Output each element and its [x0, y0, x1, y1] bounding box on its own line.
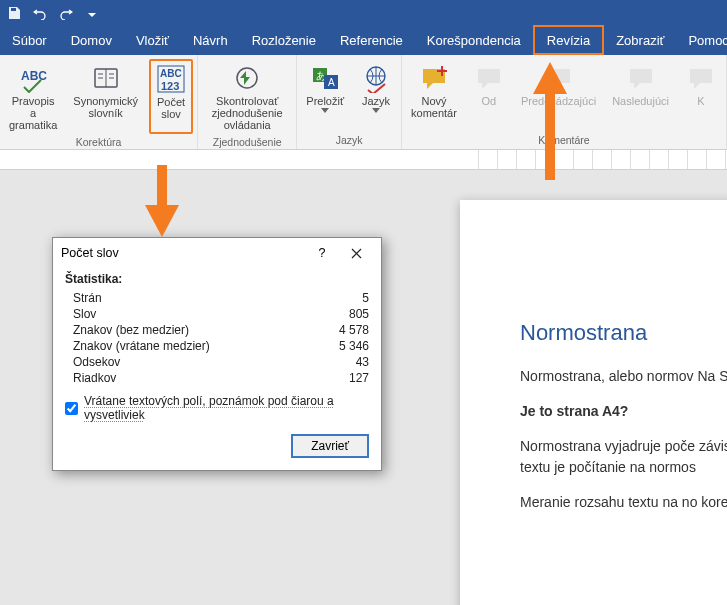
include-checkbox-label: Vrátane textových polí, poznámok pod čia…: [84, 394, 369, 422]
svg-text:ABC: ABC: [160, 68, 182, 79]
include-checkbox[interactable]: [65, 402, 78, 415]
titlebar: [0, 0, 727, 25]
stat-row: Odsekov43: [65, 354, 369, 370]
odstranit-button[interactable]: Od: [468, 59, 510, 132]
stat-row: Riadkov127: [65, 370, 369, 386]
menu-pomocník[interactable]: Pomocník: [676, 25, 727, 55]
slovnik-button[interactable]: Synonymickýslovník: [68, 59, 143, 134]
ribbon-group-label: Korektúra: [4, 134, 193, 151]
ruler: [0, 150, 727, 170]
menu-domov[interactable]: Domov: [59, 25, 124, 55]
prelozit-icon: あA: [309, 62, 341, 94]
doc-paragraph: Meranie rozsahu textu na no korektúrach …: [520, 492, 727, 513]
redo-icon[interactable]: [58, 5, 74, 21]
svg-text:123: 123: [161, 80, 179, 92]
stat-row: Znakov (vrátane medzier)5 346: [65, 338, 369, 354]
menubar: SúborDomovVložiťNávrhRozloženieReferenci…: [0, 25, 727, 55]
stat-row: Znakov (bez medzier)4 578: [65, 322, 369, 338]
stats-heading: Štatistika:: [65, 272, 369, 286]
save-icon[interactable]: [6, 5, 22, 21]
jazyk-button[interactable]: Jazyk: [355, 59, 397, 132]
close-button[interactable]: Zavrieť: [291, 434, 369, 458]
skontrolovat-icon: [231, 62, 263, 94]
dialog-title: Počet slov: [61, 246, 119, 260]
svg-text:ABC: ABC: [21, 69, 47, 83]
doc-paragraph: Normostrana, alebo normov Na Slovensku a…: [520, 366, 727, 387]
skontrolovat-button[interactable]: Skontrolovaťzjednodušenie ovládania: [202, 59, 292, 134]
ribbon-group-label: Jazyk: [301, 132, 397, 149]
doc-heading: Normostrana: [520, 320, 727, 346]
menu-zobraziť[interactable]: Zobraziť: [604, 25, 676, 55]
zobrazit-komentare-icon: [685, 62, 717, 94]
help-button[interactable]: ?: [305, 238, 339, 268]
slovnik-icon: [90, 62, 122, 94]
menu-revízia[interactable]: Revízia: [533, 25, 604, 55]
workspace: Normostrana Normostrana, alebo normov Na…: [0, 170, 727, 605]
jazyk-icon: [360, 62, 392, 94]
pocet-slov-button[interactable]: ABC123Početslov: [149, 59, 193, 134]
svg-text:A: A: [328, 77, 335, 88]
document-page: Normostrana Normostrana, alebo normov Na…: [460, 200, 727, 605]
stat-row: Slov805: [65, 306, 369, 322]
doc-paragraph: Normostrana vyjadruje poče závislosti od…: [520, 436, 727, 478]
arrow-annotation: [145, 165, 179, 237]
novy-komentar-button[interactable]: Novýkomentár: [406, 59, 462, 132]
qat-customize-icon[interactable]: [84, 5, 100, 21]
doc-subheading: Je to strana A4?: [520, 401, 727, 422]
menu-návrh[interactable]: Návrh: [181, 25, 240, 55]
odstranit-icon: [473, 62, 505, 94]
close-icon[interactable]: [339, 238, 373, 268]
stat-row: Strán5: [65, 290, 369, 306]
prelozit-button[interactable]: あAPreložiť: [301, 59, 349, 132]
arrow-annotation: [533, 62, 567, 180]
novy-komentar-icon: [418, 62, 450, 94]
dialog-titlebar: Počet slov ?: [53, 238, 381, 268]
menu-referencie[interactable]: Referencie: [328, 25, 415, 55]
nasledujuci-icon: [625, 62, 657, 94]
undo-icon[interactable]: [32, 5, 48, 21]
nasledujuci-button[interactable]: Nasledujúci: [607, 59, 674, 132]
word-count-dialog: Počet slov ? Štatistika: Strán5Slov805Zn…: [52, 237, 382, 471]
menu-vložiť[interactable]: Vložiť: [124, 25, 181, 55]
menu-súbor[interactable]: Súbor: [0, 25, 59, 55]
pravopis-icon: ABC: [17, 62, 49, 94]
pocet-slov-icon: ABC123: [155, 63, 187, 95]
pravopis-button[interactable]: ABCPravopis agramatika: [4, 59, 62, 134]
include-checkbox-row[interactable]: Vrátane textových polí, poznámok pod čia…: [65, 394, 369, 422]
zobrazit-komentare-button[interactable]: K: [680, 59, 722, 132]
ribbon: ABCPravopis agramatikaSynonymickýslovník…: [0, 55, 727, 150]
menu-korešpondencia[interactable]: Korešpondencia: [415, 25, 533, 55]
menu-rozloženie[interactable]: Rozloženie: [240, 25, 328, 55]
